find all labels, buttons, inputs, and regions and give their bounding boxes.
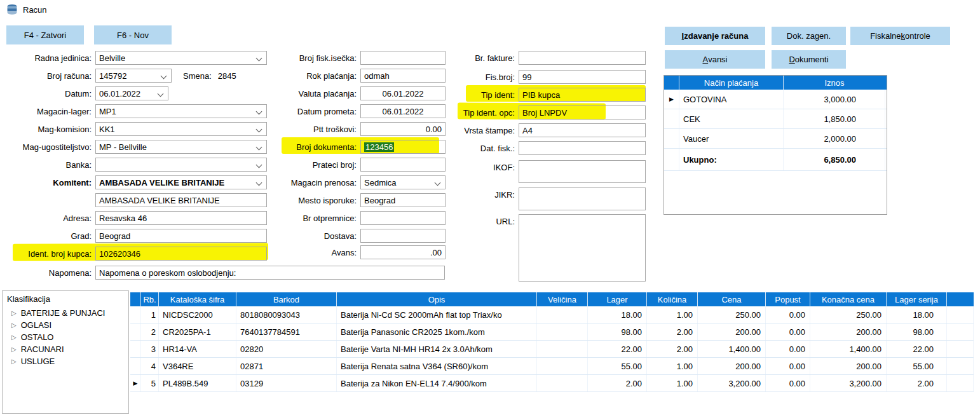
items-grid: Rb. Kataloška šifra Barkod Opis Veličina… (130, 292, 974, 392)
table-row[interactable]: 2 CR2025PA-1 7640137784591 Baterija Pana… (130, 323, 974, 341)
tip-ident-opc-input[interactable]: Broj LNPDV (519, 105, 646, 119)
komitent-select[interactable]: AMBASADA VELIKE BRITANIJE (95, 175, 267, 189)
tip-ident-input[interactable]: PIB kupca (519, 88, 646, 102)
dok-za-gen-button[interactable]: Dok. za gen. (772, 27, 846, 45)
chevron-down-icon (256, 144, 262, 151)
field-mag-komision: Mag-komision: KK1 (0, 122, 267, 136)
cell-popust: 0.00 (766, 323, 810, 340)
cell-value: 0.00 (789, 310, 805, 320)
items-header-velicina[interactable]: Veličina (537, 292, 588, 306)
tree-item-baterije[interactable]: ▷ BATERIJE & PUNJACI (7, 307, 128, 319)
payment-row[interactable]: CEK 1,850.00 (664, 109, 887, 129)
table-row[interactable]: ▶ 5 PL489B.549 03129 Baterija za Nikon E… (130, 375, 974, 392)
radna-jedinica-select[interactable]: Belville (95, 51, 267, 65)
br-fakture-input[interactable] (519, 51, 646, 65)
items-header-cena[interactable]: Cena (698, 292, 766, 306)
mag-ugostiteljstvo-select[interactable]: MP - Bellville (95, 140, 267, 154)
field-dat-fisk: Dat. fisk.: (400, 141, 646, 155)
tree-item-racunari[interactable]: ▷ RACUNARI (7, 343, 128, 355)
dokumenti-button[interactable]: Dokumenti (772, 50, 846, 69)
cell-value: 1,400.00 (728, 344, 761, 354)
napomena-input[interactable]: Napomena o poreskom oslobodjenju: (95, 266, 445, 280)
mesto-isporuke-value: Beograd (364, 196, 395, 205)
cell-serija: 22.00 (887, 341, 947, 357)
ptt-troskovi-label: Ptt troškovi: (273, 125, 360, 134)
komitent-naziv-input[interactable]: AMBASADA VELIKE BRITANIJE (95, 193, 267, 207)
expand-triangle-icon[interactable]: ▷ (11, 322, 17, 329)
cell-popust: 0.00 (766, 306, 810, 323)
payment-nacin-cell: GOTOVINA (679, 90, 784, 109)
items-header-barkod[interactable]: Barkod (236, 292, 337, 306)
cell-value: 03129 (240, 379, 263, 388)
field-napomena: Napomena: Napomena o poreskom oslobodjen… (0, 266, 445, 280)
table-row[interactable]: 1 NICDSC2000 8018080093043 Baterija Ni-C… (130, 306, 974, 323)
row-selector-cell (664, 149, 679, 170)
table-row[interactable]: 4 V364RE 02871 Baterija Renata satna V36… (130, 358, 974, 375)
items-header-popust[interactable]: Popust (766, 292, 810, 306)
grad-input[interactable]: Beograd (95, 229, 267, 243)
cell-rb: 4 (141, 358, 159, 374)
items-header-lager[interactable]: Lager (588, 292, 647, 306)
fis-broj-value: 99 (522, 72, 531, 82)
items-header-opis[interactable]: Opis (337, 292, 537, 306)
items-header-sifra[interactable]: Kataloška šifra (159, 292, 236, 306)
izdavanje-racuna-button[interactable]: Izdavanje računa (665, 27, 765, 45)
mag-komision-select[interactable]: KK1 (95, 122, 267, 136)
dat-fisk-input[interactable] (519, 141, 646, 155)
vrsta-stampe-input[interactable]: A4 (519, 123, 646, 137)
avansi-button[interactable]: Avansi (665, 50, 765, 69)
magacin-lager-select[interactable]: MP1 (95, 104, 267, 118)
dokumenti-underline: D (789, 55, 794, 64)
grad-label: Grad: (0, 231, 95, 241)
payment-nacin: Vaucer (683, 134, 709, 144)
items-header-rb[interactable]: Rb. (141, 292, 159, 306)
cell-sifra: CR2025PA-1 (159, 323, 236, 340)
mag-ugostiteljstvo-label: Mag-ugostiteljstvo: (0, 142, 95, 152)
cell-value: Baterija Ni-Cd SC 2000mAh flat top Triax… (341, 310, 502, 320)
fiskalne-kontrole-button[interactable]: Fiskalne kontrole (850, 27, 950, 45)
cell-cena: 250.00 (698, 306, 766, 323)
prateci-broj-label: Prateci broj: (273, 160, 360, 170)
items-header-kolicina[interactable]: Količina (647, 292, 698, 306)
tree-item-usluge[interactable]: ▷ USLUGE (7, 355, 128, 367)
cell-filler (947, 341, 974, 357)
cell-kolicina: 1.00 (647, 375, 698, 391)
vrsta-stampe-value: A4 (522, 126, 533, 135)
broj-racuna-select[interactable]: 145792 (95, 69, 172, 83)
payments-header-iznos[interactable]: Iznos (784, 76, 885, 90)
close-button[interactable]: F4 - Zatvori (6, 25, 84, 44)
broj-dokumenta-label: Broj dokumenta: (273, 142, 360, 152)
fiskalne-post: ontrole (905, 31, 930, 41)
jikr-input[interactable] (519, 187, 646, 210)
payment-row[interactable]: Vaucer 2,000.00 (664, 129, 887, 149)
cell-barkod: 03129 (236, 375, 337, 391)
broj-dokumenta-value: 123456 (364, 142, 394, 152)
expand-triangle-icon[interactable]: ▷ (11, 310, 17, 316)
adresa-input[interactable]: Resavska 46 (95, 211, 267, 225)
expand-triangle-icon[interactable]: ▷ (11, 346, 17, 353)
table-row[interactable]: 3 HR14-VA 02820 Baterije Varta NI-MH HR1… (130, 341, 974, 358)
cell-filler (947, 306, 974, 323)
ikof-input[interactable] (519, 160, 646, 183)
new-button[interactable]: F6 - Nov (94, 25, 172, 44)
url-input[interactable] (519, 214, 646, 282)
tree-item-oglasi[interactable]: ▷ OGLASI (7, 319, 128, 331)
payments-header-nacin[interactable]: Način plaćanja (679, 76, 784, 90)
ident-broj-kupca-input[interactable]: 102620346 (95, 247, 267, 261)
cell-velicina (537, 358, 588, 374)
header-label: Opis (428, 295, 446, 304)
datum-select[interactable]: 06.01.2022 (95, 86, 168, 100)
cell-value: NICDSC2000 (163, 310, 213, 320)
items-header-konacna-cena[interactable]: Konačna cena (810, 292, 887, 306)
field-broj-racuna: Broj računa: 145792 Smena: 2845 (0, 69, 236, 83)
banka-select[interactable] (95, 158, 267, 172)
payment-row[interactable]: ▶ GOTOVINA 3,000.00 (664, 90, 887, 109)
items-header-lager-serija[interactable]: Lager serija (887, 292, 947, 306)
header-label: Popust (775, 295, 800, 304)
cell-value: 1,400.00 (849, 344, 881, 354)
fis-broj-input[interactable]: 99 (519, 70, 646, 84)
expand-triangle-icon[interactable]: ▷ (11, 358, 17, 365)
cell-value: 2 (151, 327, 156, 337)
expand-triangle-icon[interactable]: ▷ (11, 334, 17, 341)
tree-item-ostalo[interactable]: ▷ OSTALO (7, 331, 128, 343)
